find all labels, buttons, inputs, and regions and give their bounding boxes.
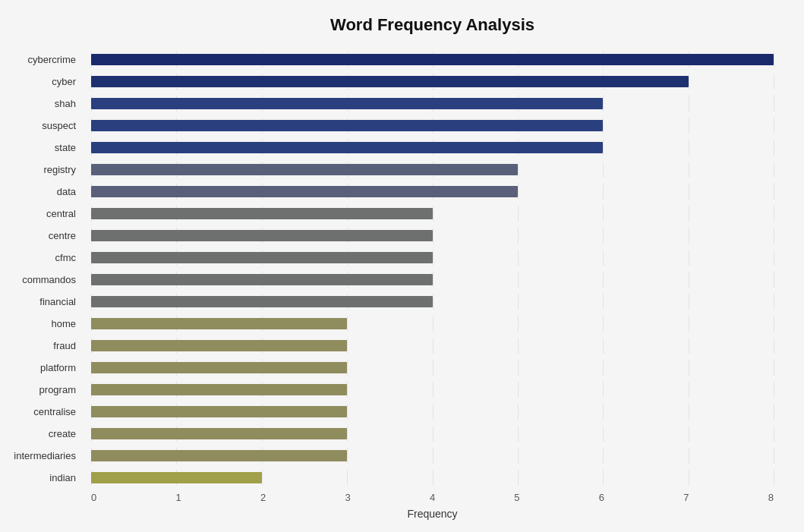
bar <box>91 252 433 264</box>
grid-line <box>689 360 689 375</box>
bar-label: program <box>0 384 84 395</box>
bar-row: intermediaries <box>91 445 774 467</box>
grid-line <box>774 470 774 485</box>
x-axis-label: Frequency <box>91 508 774 520</box>
bar <box>91 230 433 242</box>
x-tick: 5 <box>514 492 519 503</box>
grid-line <box>774 448 774 463</box>
bar-label: suspect <box>0 120 84 131</box>
grid-line <box>603 206 604 221</box>
chart-title: Word Frequency Analysis <box>91 15 774 35</box>
bar-label: centre <box>0 230 84 241</box>
grid-line <box>347 404 348 419</box>
grid-line <box>518 338 519 353</box>
bar-track <box>91 338 774 353</box>
grid-line <box>689 448 689 463</box>
bar <box>91 318 347 330</box>
grid-line <box>603 426 604 441</box>
grid-line <box>689 250 689 265</box>
grid-line <box>518 162 519 177</box>
bar-label: state <box>0 142 84 153</box>
bar-label: registry <box>0 164 84 175</box>
bar-track <box>91 294 774 309</box>
bar-row: registry <box>91 159 774 181</box>
bar-label: cybercrime <box>0 54 84 65</box>
grid-line <box>433 250 434 265</box>
grid-line <box>603 250 604 265</box>
bar <box>91 142 603 154</box>
grid-line <box>774 338 774 353</box>
grid-line <box>518 470 519 485</box>
grid-line <box>774 140 774 155</box>
bar-label: home <box>0 318 84 329</box>
grid-line <box>689 184 689 199</box>
grid-line <box>689 140 689 155</box>
grid-line <box>689 74 689 89</box>
grid-line <box>518 294 519 309</box>
chart-container: Word Frequency Analysis cybercrimecybers… <box>0 0 804 532</box>
bar-label: cyber <box>0 76 84 87</box>
grid-line <box>774 360 774 375</box>
grid-line <box>774 96 774 111</box>
grid-line <box>603 140 604 155</box>
bar-label: data <box>0 186 84 197</box>
bar <box>91 208 433 220</box>
grid-line <box>774 426 774 441</box>
grid-line <box>603 96 604 111</box>
grid-line <box>689 404 689 419</box>
x-tick: 2 <box>260 492 266 503</box>
grid-line <box>774 118 774 133</box>
bar <box>91 120 603 132</box>
grid-line <box>347 426 348 441</box>
grid-line <box>689 162 689 177</box>
grid-line <box>518 382 519 397</box>
grid-line <box>433 404 434 419</box>
grid-line <box>603 316 604 331</box>
grid-line <box>774 228 774 243</box>
bar-track <box>91 52 774 67</box>
chart-area: cybercrimecybershahsuspectstateregistryd… <box>91 49 774 489</box>
grid-line <box>518 250 519 265</box>
bar-label: shah <box>0 98 84 109</box>
grid-line <box>433 426 434 441</box>
grid-line <box>433 382 434 397</box>
bar-track <box>91 360 774 375</box>
bar-track <box>91 140 774 155</box>
bar <box>91 450 347 462</box>
bar <box>91 296 433 308</box>
bar-track <box>91 74 774 89</box>
grid-line <box>603 228 604 243</box>
grid-line <box>774 52 774 67</box>
bar-track <box>91 228 774 243</box>
grid-line <box>518 426 519 441</box>
bar-row: centralise <box>91 401 774 423</box>
bar-label: financial <box>0 296 84 307</box>
grid-line <box>603 382 604 397</box>
grid-line <box>603 360 604 375</box>
bar-row: cyber <box>91 71 774 93</box>
grid-line <box>347 382 348 397</box>
grid-line <box>689 118 689 133</box>
grid-line <box>603 272 604 287</box>
grid-line <box>433 272 434 287</box>
bar-row: centre <box>91 225 774 247</box>
x-tick: 4 <box>430 492 435 503</box>
bar-label: central <box>0 208 84 219</box>
bar-track <box>91 118 774 133</box>
bar <box>91 340 347 352</box>
grid-line <box>518 316 519 331</box>
grid-line <box>689 426 689 441</box>
bar-track <box>91 470 774 485</box>
bar-track <box>91 184 774 199</box>
grid-line <box>603 294 604 309</box>
grid-line <box>433 360 434 375</box>
bar-track <box>91 96 774 111</box>
bar <box>91 384 347 396</box>
grid-line <box>603 162 604 177</box>
x-tick: 3 <box>345 492 350 503</box>
grid-line <box>603 338 604 353</box>
grid-line <box>433 316 434 331</box>
bar-row: cybercrime <box>91 49 774 71</box>
bar-row: home <box>91 313 774 335</box>
grid-line <box>689 294 689 309</box>
